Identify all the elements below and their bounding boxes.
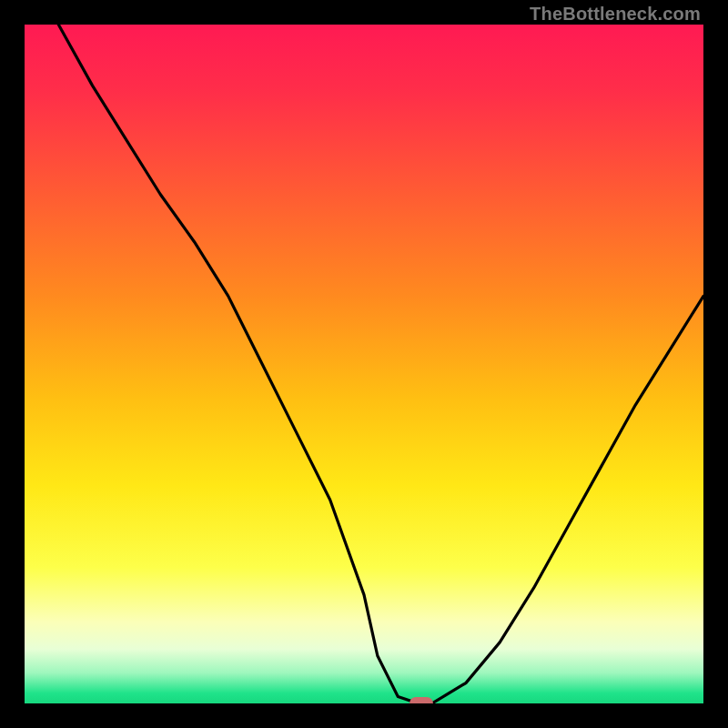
curve-layer bbox=[25, 25, 703, 703]
plot-area bbox=[25, 25, 703, 703]
bottleneck-chart: TheBottleneck.com bbox=[0, 0, 728, 728]
attribution-text: TheBottleneck.com bbox=[530, 4, 701, 25]
bottleneck-curve-line bbox=[58, 25, 703, 703]
minimum-marker bbox=[410, 697, 433, 703]
